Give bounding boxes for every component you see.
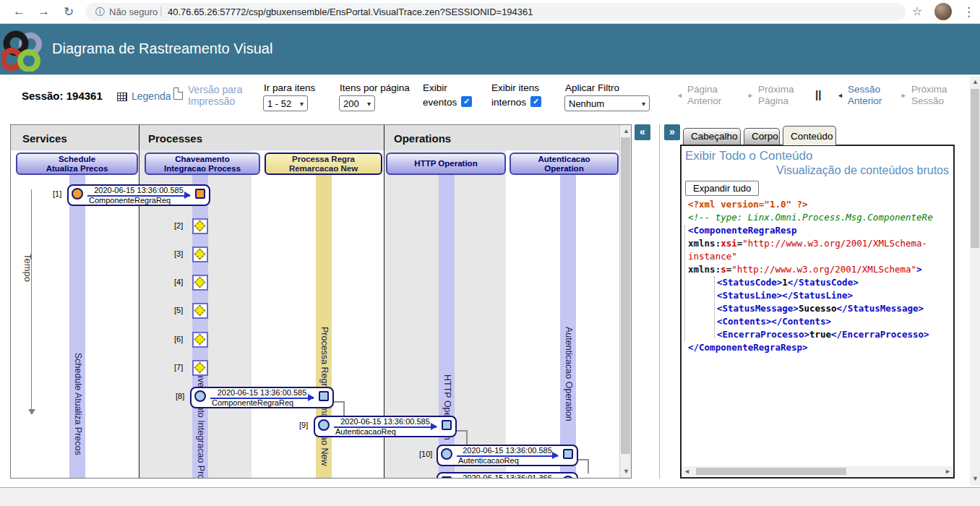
lane-vlabel-autenticacao: Autenticacao Operation	[564, 327, 574, 421]
trace-item-id: [5]	[174, 306, 183, 314]
items-per-page-select[interactable]: 200 ▾	[339, 95, 375, 111]
message-arrow-head-icon	[431, 423, 437, 430]
url-bar[interactable]: ⓘ Não seguro | 40.76.65.26:57772/csp/gbu…	[85, 3, 906, 21]
xml-line: <StatusLine></StatusLine>	[684, 289, 950, 302]
page-title: Diagrama de Rastreamento Visual	[52, 40, 272, 57]
trace-item-message[interactable]: 2020-06-15 13:36:01.366	[437, 472, 578, 478]
trace-event-item[interactable]	[192, 246, 208, 262]
lane-header-autenticacao[interactable]: Autenticacao Operation	[510, 153, 619, 175]
browser-menu-icon[interactable]: ⋮	[963, 4, 975, 20]
goto-items-value: 1 - 52	[267, 98, 291, 109]
trace-item-message[interactable]: 2020-06-15 13:36:00.585 AutenticacaoReq	[437, 445, 578, 466]
xml-line: xmlns:xsi="http://www.w3.org/2001/XMLSch…	[684, 237, 950, 250]
call-connector	[588, 459, 589, 473]
xml-line: <StatusCode>1</StatusCode>	[684, 276, 950, 289]
show-events-label-line1: Exibir	[423, 82, 447, 93]
scroll-right-icon[interactable]: ►	[945, 468, 951, 475]
group-title-services: Services	[22, 132, 67, 145]
lane-header-processa-regra[interactable]: Processa Regra Remarcacao New	[265, 153, 382, 175]
trace-item-message[interactable]: 2020-06-15 13:36:00.585 ComponenteRegraR…	[67, 184, 210, 206]
show-events-checkbox[interactable]: ✓	[461, 96, 472, 107]
browser-forward-icon[interactable]: →	[38, 4, 50, 19]
trace-item-message[interactable]: 2020-06-15 13:36:00.585 ComponenteRegraR…	[190, 387, 334, 408]
trace-item-id: [6]	[174, 335, 183, 343]
lane-header-line2: Atualiza Precos	[17, 164, 137, 173]
lane-header-http-operation[interactable]: HTTP Operation	[386, 153, 506, 175]
scroll-left-icon[interactable]: ◄	[684, 468, 690, 475]
next-session-label-line2: Sessão	[911, 95, 947, 107]
browser-back-icon[interactable]: ←	[13, 4, 25, 19]
event-diamond-icon	[194, 249, 206, 260]
browser-chrome: ← → ↻ ⓘ Não seguro | 40.76.65.26:57772/c…	[0, 0, 980, 24]
xml-line: <ComponenteRegraResp	[684, 224, 950, 237]
trace-item-id: [1]	[53, 189, 61, 198]
scroll-up-icon[interactable]: ▲	[623, 127, 629, 134]
tab-corpo[interactable]: Corpo	[744, 128, 780, 145]
trace-event-item[interactable]	[192, 275, 208, 291]
xml-line: <?xml version="1.0" ?>	[684, 198, 950, 211]
lane-header-chaveamento[interactable]: Chaveamento Integracao Process	[145, 153, 260, 175]
scroll-up-icon[interactable]: ▲	[972, 78, 979, 85]
raw-content-view-label: Visualização de conteúdos brutos	[776, 164, 949, 177]
scroll-down-icon[interactable]: ▼	[623, 468, 629, 475]
next-page-button[interactable]: Próxima Página	[758, 84, 794, 107]
scrollbar-thumb[interactable]	[696, 468, 846, 475]
scrollbar-thumb[interactable]	[621, 137, 630, 454]
items-per-page-label: Itens por página	[340, 82, 410, 93]
next-page-label-line1: Próxima	[758, 84, 794, 95]
profile-avatar[interactable]	[934, 3, 952, 20]
event-diamond-icon	[194, 277, 206, 288]
prev-session-button[interactable]: Sessão Anterior	[848, 84, 882, 107]
print-version-link-line2[interactable]: Impressão	[188, 95, 235, 107]
sender-node-icon	[318, 419, 330, 431]
trace-event-item[interactable]	[192, 218, 208, 234]
scrollbar-thumb[interactable]	[971, 89, 979, 248]
next-session-label-line1: Próxima	[911, 84, 947, 95]
goto-items-label: Ir para itens	[264, 82, 315, 93]
collapse-left-button[interactable]: «	[635, 124, 650, 140]
apply-filter-value: Nenhum	[569, 98, 604, 109]
next-session-button[interactable]: Próxima Sessão	[911, 84, 947, 107]
trace-item-message[interactable]: 2020-06-15 13:36:00.585 AutenticacaoReq	[314, 416, 457, 437]
trace-event-item[interactable]	[192, 303, 208, 319]
next-session-arrow-icon: ►	[901, 92, 907, 99]
trace-item-id: [7]	[174, 363, 183, 372]
event-diamond-icon	[194, 362, 206, 374]
chevron-down-icon: ▾	[642, 100, 645, 108]
xml-line: <Contents></Contents>	[684, 315, 950, 328]
tempo-axis-line	[31, 189, 32, 411]
scroll-down-icon[interactable]: ▼	[972, 475, 979, 482]
legend-link[interactable]: Legenda	[132, 90, 171, 102]
collapse-right-button[interactable]: »	[664, 124, 680, 140]
apply-filter-select[interactable]: Nenhum ▾	[564, 95, 650, 111]
show-internal-label-line1: Exibir itens	[491, 82, 539, 93]
trace-item-time: 2020-06-15 13:36:00.585	[87, 186, 190, 194]
trace-event-item[interactable]	[192, 332, 208, 348]
show-all-content-link[interactable]: Exibir Todo o Conteúdo	[685, 149, 812, 163]
diagram-vertical-scrollbar[interactable]: ▲ ▼	[619, 125, 631, 478]
print-version-link-line1[interactable]: Versão para	[188, 84, 243, 95]
tab-cabecalho[interactable]: Cabeçalho	[683, 128, 741, 145]
panel-horizontal-scrollbar[interactable]: ◄ ►	[682, 466, 953, 476]
event-diamond-icon	[194, 334, 206, 346]
tab-conteudo[interactable]: Conteúdo	[783, 126, 836, 145]
site-info-icon[interactable]: ⓘ	[95, 6, 105, 19]
trace-diagram-viewport: Services Processes Operations Schedule A…	[11, 125, 619, 478]
event-diamond-icon	[194, 305, 206, 317]
sender-node-icon	[72, 188, 83, 200]
expand-all-button[interactable]: Expandir tudo	[685, 181, 759, 196]
browser-reload-icon[interactable]: ↻	[64, 4, 74, 20]
chevron-down-icon: ▾	[367, 100, 371, 108]
panel-splitter[interactable]	[659, 124, 660, 479]
prev-page-button[interactable]: Página Anterior	[687, 84, 721, 107]
bookmark-star-icon[interactable]: ☆	[912, 4, 922, 18]
goto-items-select[interactable]: 1 - 52 ▾	[263, 95, 308, 111]
trace-item-time: 2020-06-15 13:36:01.366	[457, 473, 558, 478]
sender-node-icon	[194, 390, 206, 402]
page-vertical-scrollbar[interactable]: ▲ ▼	[970, 76, 980, 486]
prev-session-arrow-icon: ◄	[837, 92, 843, 99]
trace-event-item[interactable]	[192, 360, 208, 376]
lane-header-schedule[interactable]: Schedule Atualiza Precos	[16, 153, 138, 175]
show-internal-checkbox[interactable]: ✓	[530, 96, 541, 107]
lane-header-line2: Remarcacao New	[266, 164, 381, 173]
